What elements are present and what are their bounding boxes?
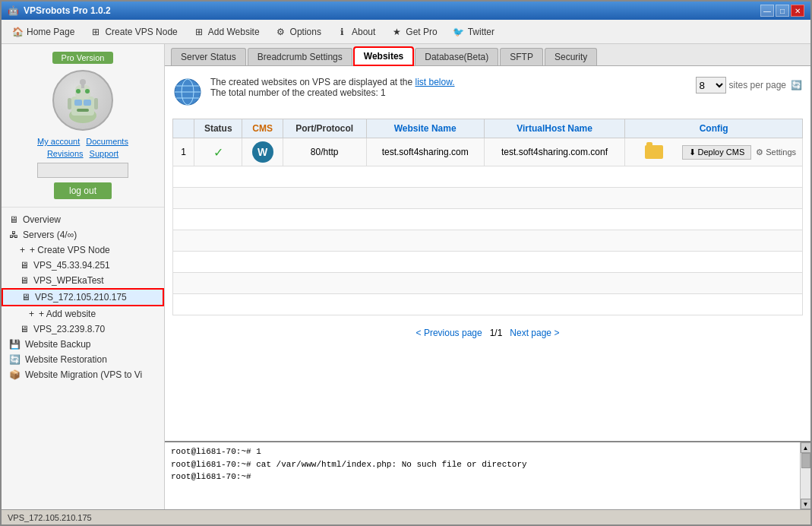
table-row: 1 ✓ W 80/http test.soft4sharing.com test…: [173, 138, 803, 166]
table-row-empty-5: [173, 252, 803, 273]
sidebar-item-migration[interactable]: 📦 Website Migration (VPS to Vi: [2, 367, 164, 382]
menu-twitter[interactable]: 🐦 Twitter: [446, 23, 501, 41]
revisions-link[interactable]: Revisions: [47, 149, 84, 158]
cell-port: 80/http: [283, 138, 366, 166]
deploy-icon: ⬇: [689, 147, 696, 157]
app-title: VPSrobots Pro 1.0.2: [24, 5, 111, 16]
cell-num: 1: [173, 138, 194, 166]
tab-content-websites: The created websites on VPS are displaye…: [165, 66, 810, 441]
status-text: VPS_172.105.210.175: [8, 513, 92, 522]
terminal: root@li681-70:~# 1 root@li681-70:~# cat …: [165, 442, 800, 509]
table-row-empty-4: [173, 230, 803, 252]
tab-database[interactable]: Database(Beta): [415, 48, 498, 65]
scroll-thumb[interactable]: [801, 453, 810, 468]
status-bar: VPS_172.105.210.175: [2, 509, 810, 524]
table-row-empty-2: [173, 188, 803, 209]
create-vps-nav-icon: +: [20, 245, 25, 255]
refresh-button[interactable]: 🔄: [789, 78, 803, 92]
twitter-icon: 🐦: [453, 26, 465, 38]
pro-badge: Pro Version: [52, 52, 114, 64]
title-bar-controls: — □ ✕: [760, 5, 804, 17]
terminal-line-2: root@li681-70:~# cat /var/www/html/index…: [171, 458, 794, 471]
content-area: Server Status Breadcrumb Settings Websit…: [165, 44, 810, 509]
add-website-icon: ⊞: [193, 26, 205, 38]
cell-cms: W: [242, 138, 283, 166]
tab-websites[interactable]: Websites: [354, 47, 413, 65]
menu-options[interactable]: ⚙ Options: [268, 23, 328, 41]
wordpress-icon: W: [252, 141, 273, 163]
menu-homepage[interactable]: 🏠 Home Page: [5, 23, 81, 41]
gear-icon: ⚙: [756, 147, 763, 157]
documents-link[interactable]: Documents: [86, 137, 128, 146]
sidebar: Pro Version: [2, 44, 165, 509]
add-website-nav-icon: +: [29, 309, 34, 319]
sidebar-item-vps2[interactable]: 🖥 VPS_WPEkaTest: [2, 273, 164, 288]
app-logo-icon: 🤖: [8, 5, 19, 16]
tab-security[interactable]: Security: [545, 48, 597, 65]
sidebar-item-backup[interactable]: 💾 Website Backup: [2, 337, 164, 352]
vps4-icon: 🖥: [20, 324, 29, 334]
info-text-block: The created websites on VPS are displaye…: [210, 77, 455, 98]
config-cell: ⬇ Deploy CMS ⚙ Settings: [631, 145, 796, 160]
col-num: [173, 119, 194, 138]
svg-rect-4: [77, 109, 89, 112]
sidebar-item-add-website[interactable]: + + Add website: [2, 306, 164, 322]
cell-vhost-name: test.soft4sharing.com.conf: [484, 138, 625, 166]
close-button[interactable]: ✕: [791, 5, 804, 17]
deploy-cms-button[interactable]: ⬇ Deploy CMS: [682, 145, 752, 160]
sidebar-item-servers[interactable]: 🖧 Servers (4/∞): [2, 227, 164, 242]
col-cms: CMS: [242, 119, 283, 138]
sidebar-item-vps4[interactable]: 🖥 VPS_23.239.8.70: [2, 322, 164, 337]
vps1-icon: 🖥: [20, 260, 29, 271]
table-row-empty-7: [173, 294, 803, 315]
terminal-line-1: root@li681-70:~# 1: [171, 445, 794, 458]
table-row-empty-1: [173, 166, 803, 188]
svg-rect-11: [94, 98, 98, 109]
title-bar: 🤖 VPSrobots Pro 1.0.2 — □ ✕: [2, 2, 810, 20]
svg-point-6: [76, 89, 81, 93]
svg-point-9: [80, 79, 86, 85]
next-page-button[interactable]: Next page >: [510, 328, 559, 338]
options-icon: ⚙: [275, 26, 287, 38]
settings-button[interactable]: ⚙ Settings: [756, 147, 796, 157]
support-link[interactable]: Support: [90, 149, 119, 158]
sidebar-item-restoration[interactable]: 🔄 Website Restoration: [2, 352, 164, 367]
maximize-button[interactable]: □: [776, 5, 789, 17]
restore-icon: 🔄: [9, 354, 21, 365]
menu-about[interactable]: ℹ About: [330, 23, 382, 41]
overview-icon: 🖥: [9, 214, 18, 225]
scroll-down-button[interactable]: ▼: [801, 499, 811, 509]
my-account-link[interactable]: My account: [37, 137, 80, 146]
status-check-icon: ✓: [213, 146, 223, 159]
tab-breadcrumb-settings[interactable]: Breadcrumb Settings: [248, 48, 352, 65]
per-page-select[interactable]: 8 16 32: [696, 77, 726, 93]
col-port: Port/Protocol: [283, 119, 366, 138]
terminal-line-3: root@li681-70:~#: [171, 471, 794, 483]
websites-table: Status CMS Port/Protocol Website Name Vi…: [172, 119, 803, 315]
menu-getpro[interactable]: ★ Get Pro: [384, 23, 444, 41]
main-layout: Pro Version: [2, 44, 810, 509]
folder-icon[interactable]: [645, 145, 663, 159]
scroll-up-button[interactable]: ▲: [801, 442, 811, 453]
tab-sftp[interactable]: SFTP: [500, 48, 543, 65]
svg-rect-10: [68, 98, 71, 109]
cell-website-name: test.soft4sharing.com: [366, 138, 484, 166]
prev-page-button[interactable]: < Previous page: [416, 328, 482, 338]
sidebar-links: My account Documents: [37, 137, 128, 146]
main-window: 🤖 VPSrobots Pro 1.0.2 — □ ✕ 🏠 Home Page …: [0, 0, 812, 526]
sidebar-nav: 🖥 Overview 🖧 Servers (4/∞) + + Create VP…: [2, 208, 164, 387]
backup-icon: 💾: [9, 339, 21, 350]
minimize-button[interactable]: —: [760, 5, 774, 17]
col-status: Status: [194, 119, 242, 138]
sidebar-item-create-vps[interactable]: + + Create VPS Node: [2, 242, 164, 258]
col-config: Config: [625, 119, 803, 138]
menu-add-website[interactable]: ⊞ Add Website: [186, 23, 267, 41]
sidebar-item-overview[interactable]: 🖥 Overview: [2, 212, 164, 227]
sidebar-item-vps3[interactable]: 🖥 VPS_172.105.210.175: [2, 288, 164, 306]
tab-server-status[interactable]: Server Status: [171, 48, 246, 65]
vps3-icon: 🖥: [21, 292, 30, 303]
sidebar-item-vps1[interactable]: 🖥 VPS_45.33.94.251: [2, 258, 164, 273]
menu-create-vps[interactable]: ⊞ Create VPS Node: [83, 23, 184, 41]
logout-button[interactable]: log out: [54, 182, 112, 199]
terminal-scrollbar[interactable]: ▲ ▼: [800, 442, 810, 509]
